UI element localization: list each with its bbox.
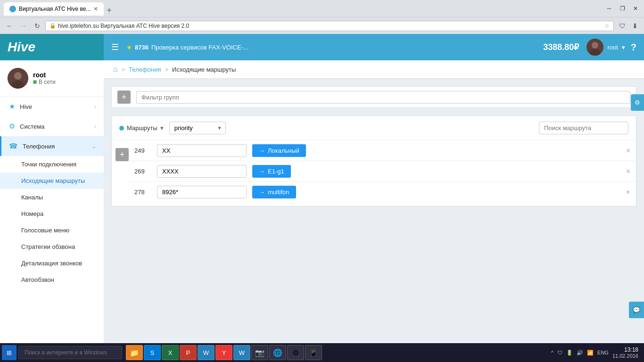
routes-toolbar: Маршруты ▾ priority id name ▼: [112, 116, 636, 140]
minimize-btn[interactable]: ─: [604, 4, 614, 13]
table-row: 249 → Локальный ×: [129, 140, 636, 161]
browser-tab[interactable]: Виртуальная АТС Hive ве... ✕: [4, 2, 104, 16]
settings-side-btn[interactable]: ⚙: [631, 94, 644, 111]
download-btn[interactable]: ⬇: [630, 21, 640, 31]
sidebar-sub-call-detail[interactable]: Детализация звонков: [0, 255, 104, 272]
routes-dropdown-btn[interactable]: Маршруты ▾: [119, 124, 164, 132]
sidebar-sub-numbers[interactable]: Номера: [0, 206, 104, 222]
sidebar-user-info: root В сети: [0, 60, 104, 97]
user-menu-btn[interactable]: root ▾: [586, 39, 625, 56]
tab-label: Виртуальная АТС Hive ве...: [19, 6, 91, 12]
back-btn[interactable]: ←: [4, 21, 15, 31]
call-detail-label: Детализация звонков: [21, 260, 82, 267]
arrow-icon: →: [259, 147, 265, 154]
sidebar-telephony-label: Телефония: [23, 143, 92, 150]
notification-area[interactable]: ★ 8736 Проверка сервисов FAX-VOICE-...: [126, 44, 248, 51]
route-target-btn-278[interactable]: → multifon: [252, 186, 296, 198]
call-strategies-label: Стратегии обзвона: [21, 243, 75, 250]
sidebar-sub-channels[interactable]: Каналы: [0, 189, 104, 206]
route-target-btn-269[interactable]: → E1-g1: [252, 165, 291, 178]
svg-point-4: [14, 72, 22, 80]
chat-side-icon: 💬: [633, 306, 640, 313]
route-id-278: 278: [134, 189, 151, 196]
arrow-icon: →: [259, 189, 265, 196]
sort-select[interactable]: priority id name: [169, 122, 226, 134]
star-nav-icon: ★: [9, 102, 15, 111]
delete-route-269-btn[interactable]: ×: [626, 167, 630, 176]
username-label: root: [607, 44, 618, 51]
sidebar-sub-call-strategies[interactable]: Стратегии обзвона: [0, 239, 104, 255]
address-text: hive.iptelefon.su Виртуальная АТС Hive в…: [58, 23, 603, 29]
route-target-label-278: multifon: [268, 189, 289, 196]
bookmark-icon[interactable]: ☆: [604, 23, 610, 29]
new-tab-btn[interactable]: +: [104, 6, 115, 16]
delete-route-278-btn[interactable]: ×: [626, 188, 630, 197]
maximize-btn[interactable]: ❐: [618, 4, 627, 13]
route-pattern-278[interactable]: [157, 186, 247, 198]
breadcrumb-current: Исходящие маршруты: [172, 66, 236, 73]
route-id-249: 249: [134, 147, 151, 154]
search-route-input[interactable]: [539, 122, 628, 134]
gear-nav-icon: ⚙: [9, 122, 15, 131]
sidebar-item-telephony[interactable]: ☎ Телефония ⌄: [0, 136, 104, 156]
route-pattern-249[interactable]: [157, 144, 247, 157]
sidebar-sub-connection-points[interactable]: Точки подключения: [0, 156, 104, 173]
add-route-btn[interactable]: +: [116, 148, 129, 161]
status-indicator: [33, 80, 37, 84]
routes-label: Маршруты: [127, 124, 157, 132]
route-id-269: 269: [134, 168, 151, 175]
sidebar-hive-label: Hive: [20, 103, 94, 110]
add-col: +: [116, 140, 129, 202]
arrow-icon: →: [259, 168, 265, 175]
logo-text: Hive: [8, 40, 35, 55]
sidebar-avatar: [8, 68, 28, 89]
help-btn[interactable]: ?: [631, 42, 636, 53]
add-group-btn[interactable]: +: [117, 90, 131, 104]
routes-list: 249 → Локальный × 269: [129, 140, 636, 202]
home-icon[interactable]: ⌂: [113, 65, 118, 74]
system-arrow-icon: ›: [94, 123, 96, 129]
sidebar-sub-outgoing-routes[interactable]: Исходящие маршруты: [0, 173, 104, 189]
outgoing-routes-label: Исходящие маршруты: [21, 177, 85, 184]
connection-points-label: Точки подключения: [21, 161, 76, 168]
routes-caret-icon: ▾: [160, 124, 164, 132]
avatar: [586, 39, 603, 56]
delete-route-249-btn[interactable]: ×: [626, 147, 630, 155]
sidebar-sub-voice-menu[interactable]: Голосовые меню: [0, 222, 104, 239]
breadcrumb-sep1: >: [122, 66, 125, 73]
top-bar: Hive ☰ ★ 8736 Проверка сервисов FAX-VOIC…: [0, 34, 644, 60]
balance-display: 3388.80₽: [543, 42, 579, 52]
star-icon: ★: [126, 44, 132, 51]
filter-groups-input[interactable]: [136, 91, 630, 104]
sort-wrapper: priority id name ▼: [169, 122, 226, 134]
table-row: 269 → E1-g1 ×: [129, 161, 636, 182]
tab-close-btn[interactable]: ✕: [93, 6, 98, 12]
hive-arrow-icon: ›: [94, 104, 96, 109]
sidebar-username: root: [33, 71, 56, 79]
table-row: 278 → multifon ×: [129, 182, 636, 202]
menu-toggle-btn[interactable]: ☰: [104, 42, 126, 52]
sidebar-item-hive[interactable]: ★ Hive ›: [0, 97, 104, 116]
filter-bar: +: [111, 86, 636, 108]
route-target-btn-249[interactable]: → Локальный: [252, 144, 306, 157]
breadcrumb-sep2: >: [165, 66, 169, 73]
close-btn[interactable]: ✕: [631, 4, 640, 13]
logo-area: Hive: [0, 34, 104, 60]
breadcrumb: ⌂ > Телефония > Исходящие маршруты: [104, 60, 644, 79]
address-bar[interactable]: 🔒 hive.iptelefon.su Виртуальная АТС Hive…: [45, 21, 614, 31]
notification-text: Проверка сервисов FAX-VOICE-...: [151, 44, 248, 51]
sidebar-sub-autodialer[interactable]: Автообзвон: [0, 272, 104, 288]
sidebar-item-system[interactable]: ⚙ Система ›: [0, 116, 104, 136]
forward-btn[interactable]: →: [18, 21, 29, 31]
chat-side-btn[interactable]: 💬: [629, 302, 644, 318]
route-target-label-249: Локальный: [268, 147, 299, 154]
telephony-arrow-icon: ⌄: [92, 143, 96, 149]
sidebar-system-label: Система: [20, 123, 94, 130]
refresh-btn[interactable]: ↻: [32, 21, 42, 31]
user-caret-icon: ▾: [622, 44, 625, 51]
sidebar: root В сети ★ Hive › ⚙ Система › ☎ Те: [0, 60, 104, 343]
route-pattern-269[interactable]: [157, 165, 247, 178]
extensions-btn[interactable]: 🛡: [617, 21, 628, 31]
breadcrumb-telephony[interactable]: Телефония: [129, 66, 161, 73]
routes-table-wrapper: + 249 → Локальный ×: [112, 140, 636, 206]
